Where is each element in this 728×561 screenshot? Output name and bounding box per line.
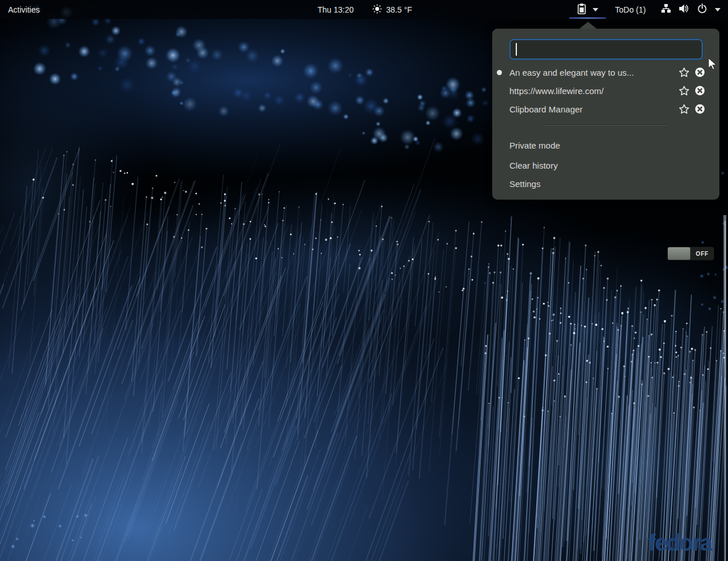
history-item[interactable]: https://www.lifewire.com/	[492, 81, 719, 100]
weather-temperature: 38.5 °F	[386, 5, 412, 14]
top-panel: Activities Thu 13:20 38.5 °F	[0, 0, 728, 19]
volume-icon	[679, 3, 690, 15]
chevron-down-icon	[593, 8, 598, 11]
clipboard-manager-menu: An easy and elegant way to us... https:/…	[492, 29, 719, 200]
toggle-state-label: OFF	[691, 247, 714, 260]
clipboard-indicator-button[interactable]	[568, 0, 607, 19]
todo-label: ToDo (1)	[615, 5, 646, 14]
desktop: fedora Activities Thu 13:20 38.	[0, 0, 728, 561]
settings-label: Settings	[509, 179, 540, 189]
mouse-cursor	[708, 57, 721, 75]
text-cursor	[516, 43, 517, 56]
clipboard-icon	[577, 3, 587, 17]
remove-item-icon[interactable]	[695, 104, 705, 116]
remove-item-icon[interactable]	[695, 85, 705, 98]
power-icon	[697, 3, 707, 15]
history-item-label: https://www.lifewire.com/	[509, 86, 604, 96]
history-item[interactable]: Clipboard Manager	[492, 100, 719, 118]
system-status-menu[interactable]	[657, 0, 724, 19]
clock-label: Thu 13:20	[317, 5, 353, 14]
favorite-star-icon[interactable]	[679, 104, 690, 116]
todo-indicator-button[interactable]: ToDo (1)	[615, 0, 646, 19]
clear-history-label: Clear history	[509, 161, 558, 170]
favorite-star-icon[interactable]	[679, 67, 690, 79]
history-item[interactable]: An easy and elegant way to us...	[492, 63, 719, 81]
network-icon	[661, 3, 671, 15]
toggle-knob	[668, 247, 691, 260]
favorite-star-icon[interactable]	[679, 85, 690, 98]
clear-history-item[interactable]: Clear history	[492, 157, 719, 173]
clock-button[interactable]: Thu 13:20	[317, 0, 353, 19]
chevron-down-icon	[715, 8, 721, 11]
private-mode-label: Private mode	[509, 141, 560, 150]
popup-arrow	[579, 22, 597, 29]
private-mode-toggle[interactable]: OFF	[667, 247, 714, 260]
fedora-watermark: fedora	[648, 530, 711, 556]
activities-label: Activities	[8, 5, 40, 14]
history-item-label: Clipboard Manager	[509, 104, 583, 114]
weather-indicator[interactable]: 38.5 °F	[372, 0, 412, 19]
activities-button[interactable]: Activities	[8, 0, 40, 19]
settings-item[interactable]: Settings	[492, 176, 719, 192]
menu-separator	[545, 125, 668, 126]
private-mode-row[interactable]: Private mode OFF	[492, 137, 719, 153]
sun-icon	[372, 4, 382, 15]
search-input[interactable]	[509, 39, 703, 60]
history-item-label: An easy and elegant way to us...	[509, 68, 634, 77]
active-indicator-underline	[569, 17, 606, 19]
selected-bullet-icon	[497, 70, 502, 75]
remove-item-icon[interactable]	[695, 67, 705, 79]
